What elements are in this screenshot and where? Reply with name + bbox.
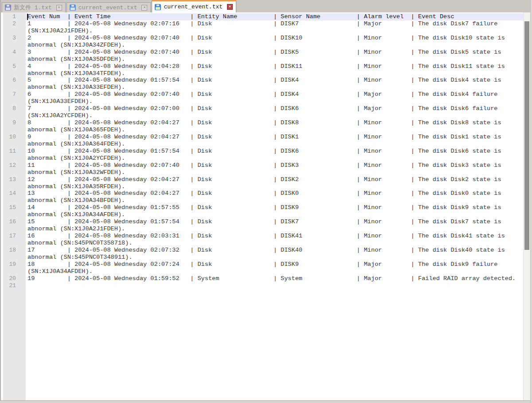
- code-line: abnormal (SN:X1J0A33EFDEH).: [26, 84, 531, 91]
- line-number: [3, 155, 26, 162]
- code-line: abnormal (SN:X1J0A34TFDEH).: [26, 70, 531, 77]
- tab-close-icon[interactable]: ✕: [141, 5, 147, 11]
- code-line: 8 | 2024-05-08 Wednesday 02:04:27 | Disk…: [26, 119, 531, 126]
- code-line: 5 | 2024-05-08 Wednesday 01:57:54 | Disk…: [26, 77, 531, 84]
- tab-label: current_event.txt: [78, 4, 137, 11]
- code-line: [26, 282, 531, 289]
- line-number: 1: [3, 13, 26, 20]
- code-line: 7 | 2024-05-08 Wednesday 02:07:00 | Disk…: [26, 105, 531, 112]
- line-number: [3, 225, 26, 233]
- line-number: 19: [3, 261, 26, 268]
- editor-area: 123456789101112131415161718192021 Event …: [1, 12, 531, 400]
- line-number: [3, 112, 26, 119]
- tab-2[interactable]: current_event.txt✕: [152, 0, 236, 12]
- floppy-disk-icon: [155, 4, 161, 10]
- line-number: [3, 84, 26, 91]
- tab-bar: 新文件 1.txt✕current_event.txt✕current_even…: [1, 0, 530, 12]
- code-line: abnormal (SN:X1J0A2J1FDEH).: [26, 225, 531, 233]
- line-number: 8: [3, 105, 26, 112]
- line-number: 14: [3, 190, 26, 197]
- line-number: 17: [3, 233, 26, 240]
- line-number: [3, 197, 26, 204]
- line-number: 3: [3, 35, 26, 42]
- line-number: 13: [3, 176, 26, 183]
- code-line: abnormal (SN:S45PNC0T358718).: [26, 240, 531, 247]
- line-number: [3, 254, 26, 261]
- line-number: [3, 70, 26, 77]
- tab-1[interactable]: current_event.txt✕: [66, 2, 151, 12]
- line-number: 16: [3, 218, 26, 225]
- code-line: 11 | 2024-05-08 Wednesday 02:07:40 | Dis…: [26, 162, 531, 169]
- line-number: 18: [3, 247, 26, 254]
- vertical-scrollbar[interactable]: [523, 12, 531, 400]
- line-number: [3, 98, 26, 105]
- text-caret: [27, 14, 28, 20]
- code-line: 10 | 2024-05-08 Wednesday 01:57:54 | Dis…: [26, 148, 531, 155]
- line-number: [3, 211, 26, 218]
- code-line: 16 | 2024-05-08 Wednesday 02:03:31 | Dis…: [26, 233, 531, 240]
- line-number: 7: [3, 91, 26, 98]
- code-line: (SN:X1J0A2YCFDEH).: [26, 112, 531, 119]
- code-line: 17 | 2024-05-08 Wednesday 02:07:32 | Dis…: [26, 247, 531, 254]
- code-line: abnormal (SN:S45PNC0T348911).: [26, 254, 531, 261]
- code-line: abnormal (SN:X1J0A34AFDEH).: [26, 211, 531, 218]
- code-line: 19 | 2024-05-08 Wednesday 01:59:52 | Sys…: [26, 275, 531, 282]
- code-line: (SN:X1J0A34AFDEH).: [26, 268, 531, 275]
- line-number: 21: [3, 282, 26, 289]
- code-line-current: Event Num | Event Time | Entity Name | S…: [26, 13, 531, 20]
- code-area[interactable]: Event Num | Event Time | Entity Name | S…: [26, 12, 531, 400]
- code-line: 15 | 2024-05-08 Wednesday 01:57:54 | Dis…: [26, 218, 531, 225]
- editor-window: 新文件 1.txt✕current_event.txt✕current_even…: [0, 0, 532, 403]
- code-line: abnormal (SN:X1J0A365FDEH).: [26, 126, 531, 134]
- code-line: 13 | 2024-05-08 Wednesday 02:04:27 | Dis…: [26, 190, 531, 197]
- code-line: abnormal (SN:X1J0A2YCFDEH).: [26, 155, 531, 162]
- scrollbar-thumb[interactable]: [524, 21, 529, 250]
- tab-close-icon[interactable]: ✕: [227, 4, 233, 10]
- tab-label: current_event.txt: [164, 4, 223, 10]
- line-number: [3, 240, 26, 247]
- tab-0[interactable]: 新文件 1.txt✕: [2, 2, 66, 12]
- line-number: 6: [3, 77, 26, 84]
- line-number: [3, 42, 26, 49]
- code-line: (SN:X1J0A33EFDEH).: [26, 98, 531, 105]
- line-number: 20: [3, 275, 26, 282]
- line-number: 4: [3, 49, 26, 56]
- code-line: 18 | 2024-05-08 Wednesday 02:07:24 | Dis…: [26, 261, 531, 268]
- line-number: [3, 183, 26, 190]
- floppy-disk-icon: [5, 4, 11, 11]
- code-line: abnormal (SN:X1J0A32WFDEH).: [26, 169, 531, 176]
- line-number: [3, 169, 26, 176]
- code-line: 2 | 2024-05-08 Wednesday 02:07:40 | Disk…: [26, 35, 531, 42]
- code-line: abnormal (SN:X1J0A34ZFDEH).: [26, 42, 531, 49]
- line-number: 5: [3, 63, 26, 70]
- line-number: 2: [3, 20, 26, 28]
- window-border-right: [530, 0, 532, 403]
- code-line: 4 | 2024-05-08 Wednesday 02:04:28 | Disk…: [26, 63, 531, 70]
- line-number: 11: [3, 148, 26, 155]
- code-line: 12 | 2024-05-08 Wednesday 02:04:27 | Dis…: [26, 176, 531, 183]
- code-line: abnormal (SN:X1J0A34BFDEH).: [26, 197, 531, 204]
- code-line: 3 | 2024-05-08 Wednesday 02:07:40 | Disk…: [26, 49, 531, 56]
- code-line: 9 | 2024-05-08 Wednesday 02:04:27 | Disk…: [26, 134, 531, 141]
- code-line: abnormal (SN:X1J0A364FDEH).: [26, 141, 531, 148]
- line-number: 15: [3, 204, 26, 211]
- line-number: [3, 268, 26, 275]
- code-line: 1 | 2024-05-08 Wednesday 02:07:16 | Disk…: [26, 20, 531, 28]
- code-line: abnormal (SN:X1J0A35DFDEH).: [26, 56, 531, 63]
- line-number: [3, 28, 26, 35]
- code-line: 14 | 2024-05-08 Wednesday 01:57:55 | Dis…: [26, 204, 531, 211]
- code-line: abnormal (SN:X1J0A35RFDEH).: [26, 183, 531, 190]
- code-line: (SN:X1J0A2J1FDEH).: [26, 28, 531, 35]
- line-number: [3, 141, 26, 148]
- line-number: 12: [3, 162, 26, 169]
- line-number: 10: [3, 134, 26, 141]
- code-line: 6 | 2024-05-08 Wednesday 02:07:40 | Disk…: [26, 91, 531, 98]
- tab-label: 新文件 1.txt: [14, 4, 52, 12]
- line-number: [3, 126, 26, 134]
- line-number-gutter: 123456789101112131415161718192021: [1, 12, 26, 400]
- line-number: 9: [3, 119, 26, 126]
- line-number: [3, 56, 26, 63]
- floppy-disk-icon: [70, 4, 76, 11]
- horizontal-scrollbar-area[interactable]: [0, 400, 532, 403]
- tab-close-icon[interactable]: ✕: [56, 5, 62, 11]
